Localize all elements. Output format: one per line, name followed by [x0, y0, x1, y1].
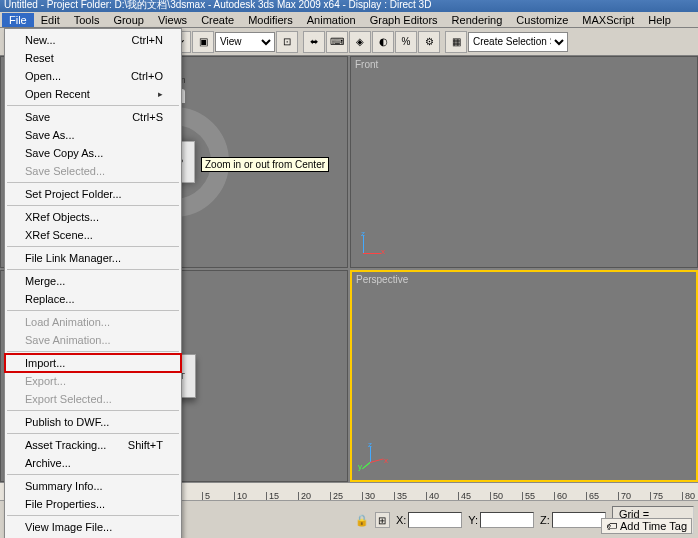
coord-x-input[interactable]: [408, 512, 462, 528]
coord-x-label: X:: [396, 514, 406, 526]
menu-separator: [7, 205, 179, 206]
snap-percent-button[interactable]: %: [395, 31, 417, 53]
menu-separator: [7, 474, 179, 475]
timetag-icon: 🏷: [606, 520, 617, 532]
menu-edit[interactable]: Edit: [34, 13, 67, 27]
ruler-tick: 5: [202, 492, 210, 500]
menu-separator: [7, 182, 179, 183]
menu-modifiers[interactable]: Modifiers: [241, 13, 300, 27]
ruler-tick: 80: [682, 492, 695, 500]
menu-item-archive[interactable]: Archive...: [5, 454, 181, 472]
axis-gizmo-perspective: z x y: [362, 442, 392, 472]
ruler-tick: 15: [266, 492, 279, 500]
add-time-tag[interactable]: 🏷 Add Time Tag: [601, 518, 692, 534]
menubar: FileEditToolsGroupViewsCreateModifiersAn…: [0, 12, 698, 28]
use-center-button[interactable]: ⊡: [276, 31, 298, 53]
menu-item-setprojectfolder[interactable]: Set Project Folder...: [5, 185, 181, 203]
menu-item-import[interactable]: Import...: [5, 354, 181, 372]
ruler-tick: 30: [362, 492, 375, 500]
menu-separator: [7, 246, 179, 247]
menu-item-export: Export...: [5, 372, 181, 390]
menu-item-new[interactable]: New...Ctrl+N: [5, 31, 181, 49]
viewport-front[interactable]: Front z x: [350, 56, 698, 268]
ruler-tick: 75: [650, 492, 663, 500]
menu-separator: [7, 515, 179, 516]
viewcube-tooltip: Zoom in or out from Center: [201, 157, 329, 172]
menu-item-xrefscene[interactable]: XRef Scene...: [5, 226, 181, 244]
menu-item-saveas[interactable]: Save As...: [5, 126, 181, 144]
viewport-label-perspective: Perspective: [356, 274, 408, 285]
menu-item-openrecent[interactable]: Open Recent: [5, 85, 181, 103]
menu-item-reset[interactable]: Reset: [5, 49, 181, 67]
menu-item-merge[interactable]: Merge...: [5, 272, 181, 290]
ruler-tick: 60: [554, 492, 567, 500]
named-selection-button[interactable]: ▦: [445, 31, 467, 53]
menu-item-xrefobjects[interactable]: XRef Objects...: [5, 208, 181, 226]
ruler-tick: 20: [298, 492, 311, 500]
spinner-snap-button[interactable]: ⚙: [418, 31, 440, 53]
menu-separator: [7, 433, 179, 434]
menu-item-summaryinfo[interactable]: Summary Info...: [5, 477, 181, 495]
menu-item-filelinkmanager[interactable]: File Link Manager...: [5, 249, 181, 267]
ruler-tick: 70: [618, 492, 631, 500]
select-scale-button[interactable]: ▣: [192, 31, 214, 53]
menu-item-save[interactable]: SaveCtrl+S: [5, 108, 181, 126]
menu-item-publishtodwf[interactable]: Publish to DWF...: [5, 413, 181, 431]
menu-item-assettracking[interactable]: Asset Tracking...Shift+T: [5, 436, 181, 454]
coord-y-input[interactable]: [480, 512, 534, 528]
menu-item-open[interactable]: Open...Ctrl+O: [5, 67, 181, 85]
menu-help[interactable]: Help: [641, 13, 678, 27]
menu-create[interactable]: Create: [194, 13, 241, 27]
ref-coord-select[interactable]: View: [215, 32, 275, 52]
coord-y-label: Y:: [468, 514, 478, 526]
menu-file[interactable]: File: [2, 13, 34, 27]
menu-group[interactable]: Group: [106, 13, 151, 27]
coord-z-label: Z:: [540, 514, 550, 526]
menu-rendering[interactable]: Rendering: [445, 13, 510, 27]
ruler-tick: 10: [234, 492, 247, 500]
coord-x: X:: [396, 512, 462, 528]
menu-animation[interactable]: Animation: [300, 13, 363, 27]
menu-tools[interactable]: Tools: [67, 13, 107, 27]
menu-separator: [7, 310, 179, 311]
ruler-tick: 25: [330, 492, 343, 500]
menu-separator: [7, 410, 179, 411]
ruler-tick: 40: [426, 492, 439, 500]
viewport-label-front: Front: [355, 59, 378, 70]
ruler-tick: 35: [394, 492, 407, 500]
viewport-perspective[interactable]: Perspective z x y: [350, 270, 698, 482]
menu-separator: [7, 269, 179, 270]
snap-angle-button[interactable]: ◐: [372, 31, 394, 53]
select-manipulate-button[interactable]: ⬌: [303, 31, 325, 53]
menu-item-savecopyas[interactable]: Save Copy As...: [5, 144, 181, 162]
lock-icon[interactable]: 🔒: [355, 514, 369, 527]
menu-item-fileproperties[interactable]: File Properties...: [5, 495, 181, 513]
menu-customize[interactable]: Customize: [509, 13, 575, 27]
timetag-label: Add Time Tag: [620, 520, 687, 532]
window-titlebar: Untitled - Project Folder: D:\我的文档\3dsma…: [0, 0, 698, 12]
snap-2d-button[interactable]: ◈: [349, 31, 371, 53]
menu-separator: [7, 105, 179, 106]
menu-item-saveselected: Save Selected...: [5, 162, 181, 180]
abs-transform-button[interactable]: ⊞: [375, 512, 390, 528]
menu-separator: [7, 351, 179, 352]
menu-maxscript[interactable]: MAXScript: [575, 13, 641, 27]
menu-item-replace[interactable]: Replace...: [5, 290, 181, 308]
ruler-tick: 65: [586, 492, 599, 500]
ruler-tick: 50: [490, 492, 503, 500]
ruler-tick: 45: [458, 492, 471, 500]
coord-z-input[interactable]: [552, 512, 606, 528]
file-menu-dropdown: New...Ctrl+NResetOpen...Ctrl+OOpen Recen…: [4, 28, 182, 538]
create-selection-set-select[interactable]: Create Selection Set: [468, 32, 568, 52]
menu-item-viewimagefile[interactable]: View Image File...: [5, 518, 181, 536]
menu-item-exportselected: Export Selected...: [5, 390, 181, 408]
axis-gizmo-front: z x: [361, 229, 391, 259]
menu-item-saveanimation: Save Animation...: [5, 331, 181, 349]
coord-y: Y:: [468, 512, 534, 528]
keyboard-shortcut-button[interactable]: ⌨: [326, 31, 348, 53]
menu-item-loadanimation: Load Animation...: [5, 313, 181, 331]
menu-grapheditors[interactable]: Graph Editors: [363, 13, 445, 27]
coord-z: Z:: [540, 512, 606, 528]
ruler-tick: 55: [522, 492, 535, 500]
menu-views[interactable]: Views: [151, 13, 194, 27]
